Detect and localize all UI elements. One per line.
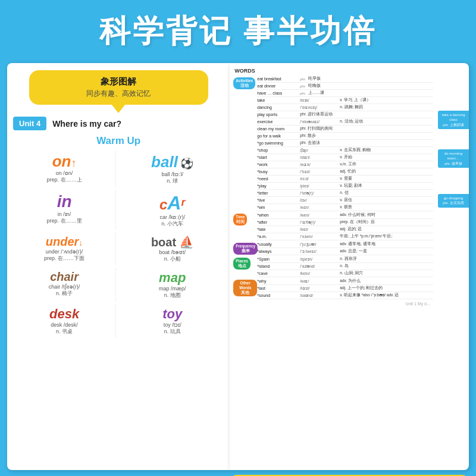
word-cell-boat: boat ⛵ boat /bəʊt/ n. 小船 [121,233,224,265]
vocab-island: *island/ˈaɪlənd/n. 岛 [257,263,433,270]
vocab-am: *a.m./ˈeɪem/午前; 上午 *p.m./ˈpiːem/ 午后; [257,233,433,240]
word-cell-in: in in /ɪn/ prep. 在……里 [13,190,116,230]
vocab-cave: *cave/keɪv/n. 山洞; 洞穴 [257,270,433,277]
vocab-start: *start/stɑːt/v. 开始 [257,154,433,161]
meaning-car: n. 小汽车 [124,220,220,228]
category-time: Time时间 *when/wen/adv. 什么时候; 何时 *after/ˈɑ… [233,212,433,240]
places-words: *Spain/speɪn/n. 西班牙 *island/ˈaɪlənd/n. 岛… [257,256,433,277]
vocab-shop: *shop/ʃɒp/v. 去买东西; 购物 [257,147,433,154]
meaning-chair: n. 椅子 [17,290,112,298]
vocab-eat-breakfast: eat breakfastphr.吃早饭 [257,76,433,83]
word-in: in [17,192,112,211]
word-chair: chair [17,270,112,284]
phonetic-chair: chair /tʃeə(r)/ [17,284,112,290]
meaning-in: prep. 在……里 [17,217,112,225]
vocab-eat-dinner: eat dinnerphr.吃晚饭 [257,83,433,90]
vocab-walk: go for a walkphr. 散步 [257,133,433,140]
category-frequency: Frequency频率 *usually/ˈjuːʒuəli/adv. 通常地;… [233,241,433,255]
word-cell-map: map map /mæp/ n. 地图 [121,268,224,302]
word-desk: desk [17,306,112,322]
vocab-exercise: exercise/ˈeksəsaɪz/n. 活动; 运动 [257,118,433,126]
unit-header: Unit 4 Where is my car? [13,117,224,130]
vocab-live: *live/lɪv/v. 居住 [257,197,433,204]
vocab-clean: clean my roomphr. 打扫我的房间 [257,126,433,133]
vocab-area: Activities活动 eat breakfastphr.吃早饭 eat di… [233,76,465,306]
other-words: *why/waɪ/adv. 为什么 *last/lɑːst/adj. 上一个的;… [257,278,433,299]
book-left-page: 象形图解 同步有趣、高效记忆 Unit 4 Where is my car? W… [7,63,230,470]
vocab-last: *last/lɑːst/adj. 上一个的; 刚过去的 [257,285,433,292]
word-under: under↓ [17,235,112,249]
vocab-dancing: dancing/ˈdɑːnsɪŋ/n. 跳舞; 舞蹈 [257,104,433,111]
meaning-map: n. 地图 [124,292,220,299]
unit-badge: Unit 4 [13,117,46,130]
phonetic-toy: toy /tɔɪ/ [124,322,220,328]
word-cell-chair: chair chair /tʃeə(r)/ n. 椅子 [13,268,116,302]
word-cell-under: under↓ under /ˈʌndə(r)/ prep. 在……下面 [13,233,116,265]
frequency-words: *usually/ˈjuːʒuəli/adv. 通常地; 通常地 *always… [257,241,433,255]
phonetic-car: car /kɑː(r)/ [124,214,220,220]
vocab-win: *win/wɪn/v. 获胜 [257,204,433,211]
word-boat: boat ⛵ [124,235,220,249]
vocab-take: take/teɪk/v. 学习; 上（课） [257,97,433,104]
word-cell-on: on↑ on /ɒn/ prep. 在……上 [13,151,116,187]
side-note-1: take a dancing classphr. 上舞蹈课 [438,111,469,129]
word-ball: ball ⚽ [124,153,220,171]
side-note-2: do morning exerc…phr. 做早操 [438,149,469,168]
unit-title: Where is my car? [52,119,121,129]
word-toy: toy [124,306,220,322]
header-title: 科学背记 事半功倍 [6,11,470,52]
vocab-late: *late/leɪt/adj. 迟的; 迟 [257,226,433,233]
phonetic-on: on /ɒn/ [17,170,112,176]
vocab-busy: *busy/ˈbɪzi/adj. 忙的 [257,168,433,176]
cat-tag-activities: Activities活动 [233,77,255,89]
cat-tag-time: Time时间 [233,214,247,226]
word-cell-car: cAr car /kɑː(r)/ n. 小汽车 [121,190,224,230]
word-map: map [124,270,220,286]
meaning-boat: n. 小船 [124,255,220,263]
vocab-go-swimming: *go swimmingphr. 去游泳 [257,140,433,147]
category-other: Other Words其他 *why/waɪ/adv. 为什么 *last/lɑ… [233,278,433,299]
phonetic-map: map /mæp/ [124,286,220,292]
vocab-have-class: have … classphr.上……课 [257,90,433,97]
footer-label: Unit 1 My d… [233,302,433,306]
vocab-need: *need/niːd/v. 需要 [257,176,433,183]
vocab-after: *after/ˈɑːftə(r)/prep. 在（时间）后 [257,219,433,226]
vocab-play: *play/pleɪ/v. 玩耍; 剧本 [257,183,433,190]
word-on: on↑ [17,153,112,170]
phonetic-ball: ball /bɔːl/ [124,171,220,177]
vocab-always: *always/ˈɔːlweɪz/adv. 总是; 一直 [257,248,433,255]
book-right-page: WORDS take a dancing classphr. 上舞蹈课 do m… [230,63,469,470]
vocab-work: *work/wɜːk/v./n. 工作 [257,161,433,168]
meaning-ball: n. 球 [124,177,220,185]
bubble-line1: 象形图解 [41,76,196,87]
vocab-spain: *Spain/speɪn/n. 西班牙 [257,256,433,263]
vocab-play-sports: play sportsphr. 进行体育运动 [257,111,433,118]
main-content: 象形图解 同步有趣、高效记忆 Unit 4 Where is my car? W… [0,58,476,475]
vocab-letter: *letter/ˈletə(r)/n. 信 [257,190,433,197]
cat-tag-places: Places地点 [233,258,250,270]
category-activities: Activities活动 eat breakfastphr.吃早饭 eat di… [233,76,433,211]
words-label: WORDS [233,68,465,74]
meaning-on: prep. 在……上 [17,176,112,184]
meaning-desk: n. 书桌 [17,328,112,336]
word-cell-toy: toy toy /tɔɪ/ n. 玩具 [121,304,224,338]
phonetic-boat: boat /bəʊt/ [124,249,220,255]
bubble-line2: 同步有趣、高效记忆 [41,89,196,99]
category-places: Places地点 *Spain/speɪn/n. 西班牙 *island/ˈaɪ… [233,256,433,277]
phonetic-under: under /ˈʌndə(r)/ [17,249,112,255]
vocab-sound: *sound/saʊnd/v. 听起来像 *also /ˈɔːlsəʊ/ adv… [257,292,433,299]
meaning-under: prep. 在……下面 [17,255,112,262]
time-words: *when/wen/adv. 什么时候; 何时 *after/ˈɑːftə(r)… [257,212,433,240]
cat-tag-frequency: Frequency频率 [233,243,258,255]
vocab-why: *why/waɪ/adv. 为什么 [257,278,433,285]
speech-bubble: 象形图解 同步有趣、高效记忆 [29,70,208,105]
vocab-usually: *usually/ˈjuːʒuəli/adv. 通常地; 通常地 [257,241,433,248]
phonetic-desk: desk /desk/ [17,322,112,328]
word-car: cAr [124,192,220,214]
vocab-when: *when/wen/adv. 什么时候; 何时 [257,212,433,219]
word-grid: on↑ on /ɒn/ prep. 在……上 ball ⚽ ball /bɔːl… [13,151,224,338]
word-cell-ball: ball ⚽ ball /bɔːl/ n. 球 [121,151,224,187]
word-cell-desk: desk desk /desk/ n. 书桌 [13,304,116,338]
warm-up-label: Warm Up [13,135,224,147]
phonetic-in: in /ɪn/ [17,211,112,217]
